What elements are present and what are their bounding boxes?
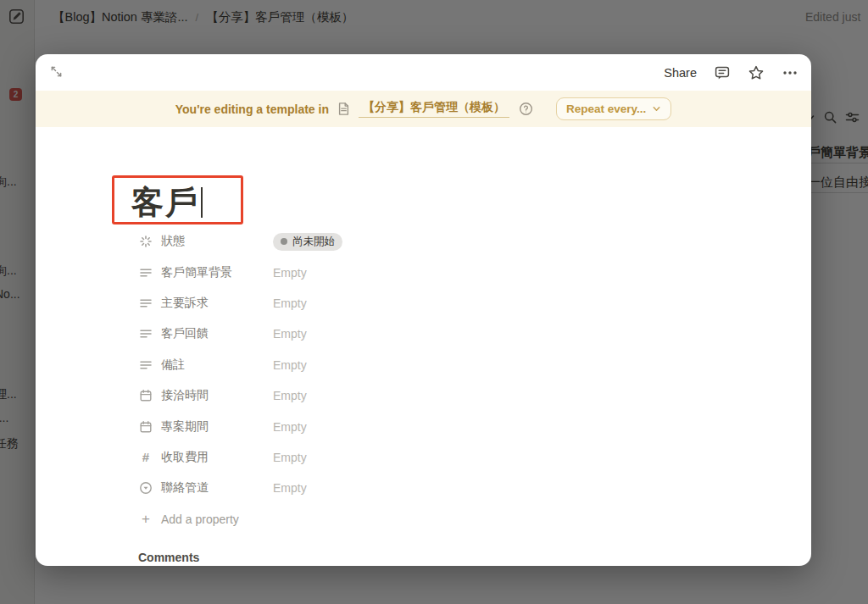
banner-message: You're editing a template in bbox=[175, 103, 329, 116]
property-label: 聯絡管道 bbox=[161, 480, 273, 496]
comments-heading: Comments bbox=[138, 551, 199, 564]
template-editing-banner: You're editing a template in 【分享】客戶管理（模板… bbox=[36, 91, 811, 127]
property-value[interactable]: Empty bbox=[273, 327, 307, 341]
modal-toolbar: Share bbox=[664, 62, 798, 84]
add-property-button[interactable]: +Add a property bbox=[138, 504, 579, 535]
property-row[interactable]: 接洽時間 Empty bbox=[138, 380, 579, 411]
repeat-every-button[interactable]: Repeat every... bbox=[556, 97, 671, 120]
text-property-icon bbox=[138, 326, 153, 341]
property-value[interactable]: Empty bbox=[273, 451, 307, 464]
property-row[interactable]: 客戶簡單背景 Empty bbox=[138, 257, 579, 287]
property-label: 主要訴求 bbox=[161, 296, 273, 311]
page-title-text: 客戶 bbox=[131, 185, 199, 220]
share-button[interactable]: Share bbox=[664, 66, 697, 80]
repeat-every-label: Repeat every... bbox=[566, 103, 646, 115]
property-value[interactable]: Empty bbox=[273, 420, 307, 434]
property-value[interactable]: Empty bbox=[273, 358, 307, 372]
text-cursor bbox=[201, 187, 203, 218]
property-label: 備註 bbox=[161, 357, 273, 373]
property-value[interactable]: Empty bbox=[273, 389, 307, 402]
property-row[interactable]: 專案期間 Empty bbox=[138, 411, 579, 441]
text-property-icon bbox=[138, 296, 153, 311]
template-name-link[interactable]: 【分享】客戶管理（模板） bbox=[359, 100, 509, 118]
text-property-icon bbox=[138, 265, 153, 280]
property-row[interactable]: 聯絡管道 Empty bbox=[138, 473, 579, 503]
select-property-icon bbox=[138, 480, 153, 496]
property-label: 客戶回饋 bbox=[161, 326, 273, 341]
page-icon bbox=[337, 102, 351, 116]
property-value[interactable]: Empty bbox=[273, 296, 307, 310]
more-options-icon[interactable] bbox=[782, 64, 798, 81]
property-value[interactable]: 尚未開始 bbox=[273, 233, 342, 251]
plus-icon: + bbox=[138, 512, 153, 526]
date-property-icon bbox=[138, 388, 153, 403]
property-value[interactable]: Empty bbox=[273, 266, 307, 280]
status-badge-label: 尚未開始 bbox=[292, 235, 335, 249]
add-property-label: Add a property bbox=[161, 513, 239, 526]
date-property-icon bbox=[138, 419, 153, 435]
star-icon[interactable] bbox=[748, 64, 765, 81]
property-label: 收取費用 bbox=[161, 450, 273, 465]
property-row[interactable]: # 收取費用 Empty bbox=[138, 442, 579, 473]
page-title-input[interactable]: 客戶 bbox=[131, 181, 203, 224]
property-label: 專案期間 bbox=[161, 419, 273, 435]
property-label: 接洽時間 bbox=[161, 388, 273, 403]
property-row[interactable]: 客戶回饋 Empty bbox=[138, 319, 579, 349]
property-label: 客戶簡單背景 bbox=[161, 265, 273, 280]
status-dot-icon bbox=[281, 238, 287, 245]
property-row[interactable]: 狀態 尚未開始 bbox=[138, 226, 579, 257]
property-row[interactable]: 主要訴求 Empty bbox=[138, 288, 579, 319]
comment-icon[interactable] bbox=[714, 64, 731, 81]
number-property-icon: # bbox=[138, 450, 153, 465]
expand-icon[interactable] bbox=[50, 65, 63, 78]
property-list: 狀態 尚未開始 客戶簡單背景 Empty 主要訴求 Empty 客戶回饋 Emp… bbox=[138, 226, 579, 535]
chevron-down-icon bbox=[652, 104, 661, 114]
status-property-icon bbox=[138, 234, 153, 249]
property-row[interactable]: 備註 Empty bbox=[138, 350, 579, 380]
property-label: 狀態 bbox=[161, 234, 273, 249]
text-property-icon bbox=[138, 357, 153, 373]
status-badge[interactable]: 尚未開始 bbox=[273, 233, 342, 251]
help-icon[interactable] bbox=[519, 102, 533, 116]
property-value[interactable]: Empty bbox=[273, 481, 307, 495]
template-editor-modal: Share You're editing a template in 【分享】客… bbox=[36, 54, 811, 566]
